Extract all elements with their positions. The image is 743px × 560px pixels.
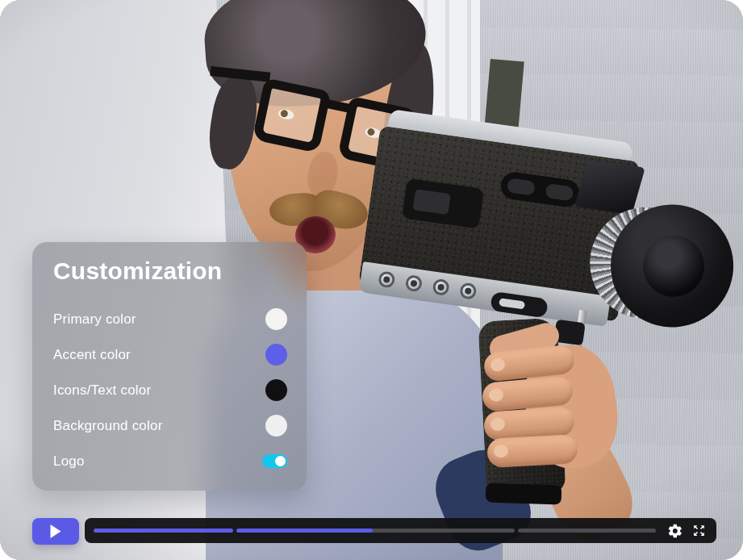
logo-label: Logo xyxy=(53,453,85,470)
row-primary-color: Primary color xyxy=(53,308,287,330)
accent-color-swatch[interactable] xyxy=(265,344,287,366)
icons-text-color-label: Icons/Text color xyxy=(53,382,151,399)
progress-played-fill xyxy=(94,529,233,533)
row-icons-text-color: Icons/Text color xyxy=(53,379,287,401)
primary-color-swatch[interactable] xyxy=(265,308,287,330)
progress-segment-2[interactable] xyxy=(236,529,515,533)
logo-toggle[interactable] xyxy=(262,454,287,468)
row-background-color: Background color xyxy=(53,415,287,437)
progress-bar[interactable] xyxy=(94,529,656,533)
panel-title: Customization xyxy=(53,257,287,286)
background-color-swatch[interactable] xyxy=(265,415,287,437)
photo-glasses-left-lens xyxy=(252,77,331,153)
progress-segment-1[interactable] xyxy=(94,529,233,533)
fullscreen-button[interactable] xyxy=(692,524,706,537)
settings-button[interactable] xyxy=(667,523,683,539)
primary-color-label: Primary color xyxy=(53,311,136,328)
accent-color-label: Accent color xyxy=(53,347,131,363)
photo-camera-viewfinder xyxy=(574,160,645,215)
panel-rows: Primary color Accent color Icons/Text co… xyxy=(53,308,287,472)
background-color-label: Background color xyxy=(53,418,163,434)
progress-segment-3[interactable] xyxy=(518,529,656,533)
progress-played-fill xyxy=(236,529,373,533)
logo-toggle-knob xyxy=(275,456,286,466)
photo-camera-grip-cap xyxy=(486,483,562,504)
settings-gear-icon xyxy=(667,523,683,539)
photo-left-eye xyxy=(278,108,295,121)
row-accent-color: Accent color xyxy=(53,344,287,366)
play-button[interactable] xyxy=(32,518,79,545)
fullscreen-icon xyxy=(692,524,706,537)
icons-text-color-swatch[interactable] xyxy=(265,379,287,401)
customization-panel: Customization Primary color Accent color… xyxy=(32,242,307,491)
video-player-frame: Customization Primary color Accent color… xyxy=(0,0,743,560)
photo-man-finger xyxy=(486,434,578,468)
player-control-bar xyxy=(85,518,716,543)
play-icon xyxy=(50,524,61,538)
row-logo: Logo xyxy=(53,450,287,472)
